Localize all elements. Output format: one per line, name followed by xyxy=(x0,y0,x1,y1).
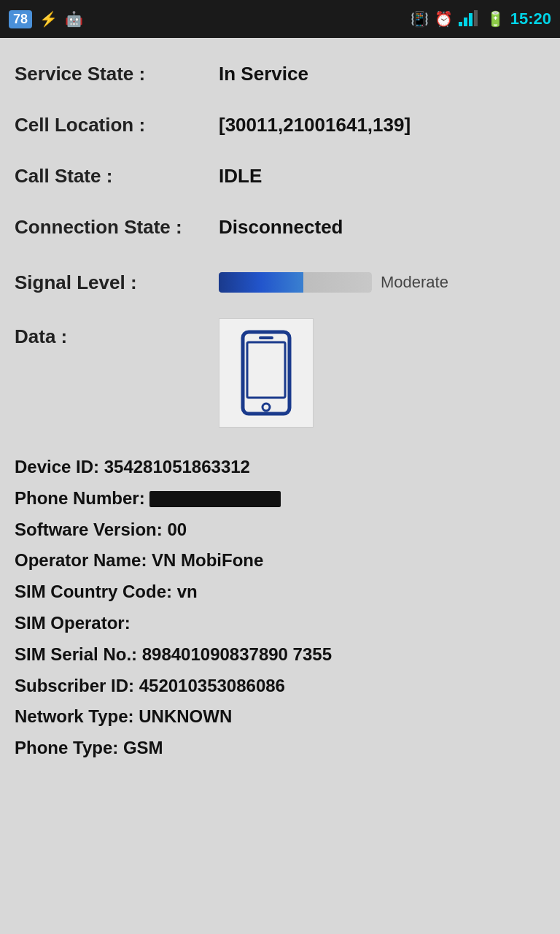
signal-bar-container: Moderate xyxy=(219,272,448,293)
subscriber-id: Subscriber ID: 452010353086086 xyxy=(15,671,545,701)
cell-location-row: Cell Location : [30011,21001641,139] xyxy=(15,104,545,155)
network-type: Network Type: UNKNOWN xyxy=(15,702,545,732)
svg-rect-3 xyxy=(474,10,478,26)
sim-operator: SIM Operator: xyxy=(15,609,545,638)
battery-icon: 🔋 xyxy=(486,10,505,28)
status-bar: 78 ⚡ 🤖 📳 ⏰ 🔋 15:20 xyxy=(0,0,560,38)
signal-level-label: Signal Level : xyxy=(15,271,219,294)
phone-number-redacted xyxy=(149,491,281,507)
data-row: Data : xyxy=(15,308,545,438)
svg-rect-1 xyxy=(464,18,467,26)
cell-location-label: Cell Location : xyxy=(15,114,219,136)
signal-level-description: Moderate xyxy=(381,273,448,292)
device-info-section: Device ID: 354281051863312 Phone Number:… xyxy=(15,438,545,779)
connection-state-row: Connection State : Disconnected xyxy=(15,206,545,257)
svg-rect-7 xyxy=(259,336,273,339)
software-version: Software Version: 00 xyxy=(15,515,545,545)
phone-image-icon xyxy=(237,329,295,417)
svg-rect-4 xyxy=(243,332,289,414)
device-id: Device ID: 354281051863312 xyxy=(15,452,545,482)
service-state-row: Service State : In Service xyxy=(15,53,545,104)
phone-number: Phone Number: xyxy=(15,484,545,514)
connection-state-value: Disconnected xyxy=(219,216,545,239)
signal-level-row: Signal Level : Moderate xyxy=(15,257,545,308)
cell-location-value: [30011,21001641,139] xyxy=(219,114,545,136)
badge-78: 78 xyxy=(9,10,32,28)
status-time: 15:20 xyxy=(510,9,551,28)
alarm-icon: ⏰ xyxy=(435,10,453,28)
svg-rect-2 xyxy=(469,13,472,26)
signal-bar-fill xyxy=(219,272,303,293)
phone-vibrate-icon: 📳 xyxy=(411,10,429,28)
svg-rect-5 xyxy=(247,342,285,398)
operator-name: Operator Name: VN MobiFone xyxy=(15,546,545,576)
phone-icon-wrapper xyxy=(219,318,314,428)
status-bar-right: 📳 ⏰ 🔋 15:20 xyxy=(411,9,551,30)
signal-bar xyxy=(219,272,372,293)
call-state-value: IDLE xyxy=(219,165,545,188)
status-bar-left: 78 ⚡ 🤖 xyxy=(9,10,83,28)
android-icon: 🤖 xyxy=(65,10,83,28)
service-state-value: In Service xyxy=(219,63,545,85)
phone-type: Phone Type: GSM xyxy=(15,733,545,763)
signal-icon xyxy=(459,9,481,30)
sim-country-code: SIM Country Code: vn xyxy=(15,577,545,607)
call-state-label: Call State : xyxy=(15,165,219,188)
data-label: Data : xyxy=(15,318,219,348)
main-content: Service State : In Service Cell Location… xyxy=(0,38,560,794)
connection-state-label: Connection State : xyxy=(15,216,219,239)
usb-icon: ⚡ xyxy=(39,10,58,28)
svg-point-6 xyxy=(262,404,270,411)
sim-serial-no: SIM Serial No.: 898401090837890 7355 xyxy=(15,640,545,670)
svg-rect-0 xyxy=(459,22,462,26)
call-state-row: Call State : IDLE xyxy=(15,155,545,206)
service-state-label: Service State : xyxy=(15,63,219,85)
